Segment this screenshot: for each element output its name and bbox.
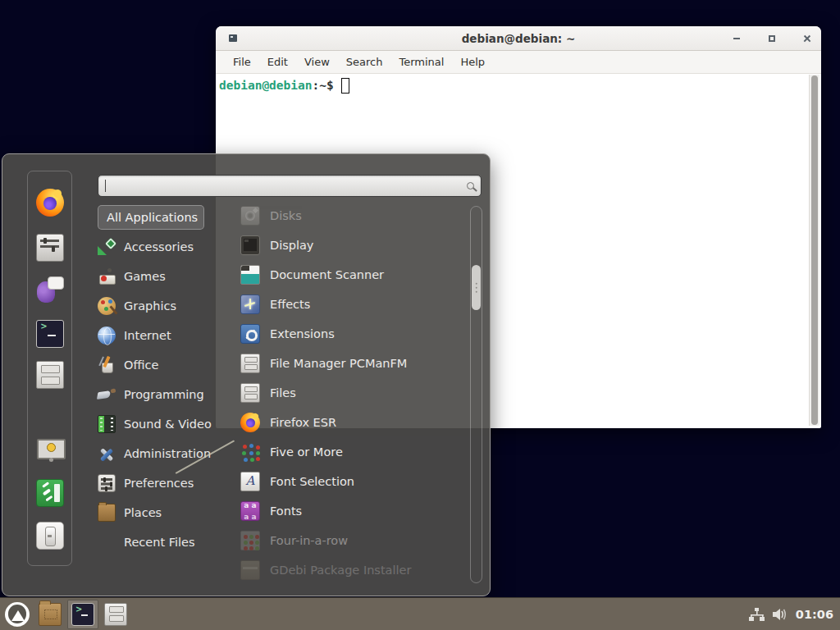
app-label: Five or More bbox=[270, 445, 343, 459]
close-button[interactable] bbox=[801, 33, 813, 44]
document-scanner-icon bbox=[240, 265, 260, 285]
folder-icon bbox=[39, 603, 62, 626]
category-label: Administration bbox=[124, 447, 211, 460]
menubar-item-view[interactable]: View bbox=[296, 52, 338, 71]
category-programming[interactable]: Programming bbox=[98, 380, 235, 409]
app-item-extensions[interactable]: Extensions bbox=[240, 319, 470, 349]
app-item-firefox-esr[interactable]: Firefox ESR bbox=[240, 408, 470, 437]
category-places[interactable]: Places bbox=[98, 498, 235, 527]
clock[interactable]: 01:06 bbox=[796, 608, 833, 621]
favorite-firefox[interactable] bbox=[36, 189, 64, 217]
terminal-scrollbar-thumb[interactable] bbox=[811, 75, 818, 425]
network-icon[interactable] bbox=[749, 607, 765, 622]
app-label: File Manager PCManFM bbox=[270, 357, 407, 370]
application-list-scrollbar-thumb[interactable] bbox=[472, 265, 481, 310]
taskbar-launchers bbox=[0, 598, 131, 630]
taskbar-file-manager-button[interactable] bbox=[34, 600, 66, 629]
app-item-gdebi-package-installer[interactable]: GDebi Package Installer bbox=[240, 555, 470, 585]
menu-logo-icon bbox=[5, 602, 30, 627]
favorites-sidebar bbox=[27, 171, 72, 566]
category-office[interactable]: Office bbox=[98, 350, 235, 380]
category-preferences[interactable]: Preferences bbox=[98, 468, 235, 498]
app-item-fonts[interactable]: Fonts bbox=[240, 496, 470, 526]
font-selection-icon bbox=[240, 472, 260, 491]
favorite-logout[interactable] bbox=[36, 479, 64, 507]
app-label: Display bbox=[270, 239, 313, 252]
category-internet[interactable]: Internet bbox=[98, 321, 235, 350]
app-item-files[interactable]: Files bbox=[240, 378, 470, 408]
taskbar-terminal-button[interactable] bbox=[67, 600, 98, 629]
app-label: GDebi Package Installer bbox=[270, 564, 411, 577]
category-graphics[interactable]: Graphics bbox=[98, 291, 235, 321]
category-label: Internet bbox=[124, 329, 171, 342]
favorite-lock-screen[interactable] bbox=[36, 436, 64, 464]
file-cabinet-icon bbox=[36, 361, 64, 389]
category-label: Preferences bbox=[124, 477, 194, 490]
terminal-icon bbox=[71, 603, 94, 626]
app-item-file-manager-pcmanfm[interactable]: File Manager PCManFM bbox=[240, 349, 470, 378]
maximize-button[interactable] bbox=[766, 33, 778, 44]
category-all-applications[interactable]: All Applications bbox=[98, 205, 204, 230]
app-item-disks[interactable]: Disks bbox=[240, 201, 470, 231]
terminal-prompt-line: debian@debian:~$ bbox=[219, 77, 806, 94]
favorite-control-mixer[interactable] bbox=[36, 234, 64, 262]
app-item-font-selection[interactable]: Font Selection bbox=[240, 467, 470, 496]
search-input[interactable] bbox=[98, 175, 482, 197]
terminal-titlebar[interactable]: debian@debian: ~ bbox=[216, 26, 821, 51]
minimize-icon bbox=[733, 38, 740, 39]
minimize-button[interactable] bbox=[731, 33, 742, 44]
five-or-more-icon bbox=[240, 442, 260, 462]
shutdown-icon bbox=[36, 522, 64, 550]
volume-icon[interactable] bbox=[772, 607, 788, 622]
app-label: Four-in-a-row bbox=[270, 534, 348, 547]
terminal-icon bbox=[36, 320, 64, 348]
menubar-item-edit[interactable]: Edit bbox=[259, 52, 296, 71]
app-item-effects[interactable]: Effects bbox=[240, 290, 470, 319]
category-games[interactable]: Games bbox=[98, 262, 235, 291]
all-applications-label: All Applications bbox=[107, 211, 198, 224]
menubar-item-file[interactable]: File bbox=[225, 52, 259, 71]
app-item-display[interactable]: Display bbox=[240, 231, 470, 260]
category-recent-files[interactable]: Recent Files bbox=[98, 527, 235, 557]
category-label: Programming bbox=[124, 388, 204, 401]
window-controls bbox=[731, 26, 813, 51]
category-administration[interactable]: Administration bbox=[98, 439, 235, 468]
category-label: Graphics bbox=[124, 299, 176, 313]
taskbar-files-button[interactable] bbox=[100, 600, 131, 629]
terminal-cursor bbox=[341, 78, 349, 94]
menubar-item-search[interactable]: Search bbox=[338, 52, 391, 71]
internet-icon bbox=[98, 326, 116, 345]
category-label: Sound & Video bbox=[124, 418, 212, 431]
accessories-icon bbox=[98, 238, 116, 256]
category-label: Office bbox=[124, 358, 158, 372]
text-caret bbox=[105, 180, 106, 192]
menubar-item-terminal[interactable]: Terminal bbox=[390, 52, 452, 71]
category-label: Accessories bbox=[124, 240, 194, 253]
taskbar-menu-button[interactable] bbox=[2, 600, 33, 629]
app-label: Disks bbox=[270, 209, 302, 222]
app-label: Firefox ESR bbox=[270, 416, 336, 429]
applications-menu: All Applications AccessoriesGamesGraphic… bbox=[2, 153, 491, 596]
menubar-item-help[interactable]: Help bbox=[452, 52, 493, 71]
app-item-four-in-a-row[interactable]: Four-in-a-row bbox=[240, 526, 470, 555]
lock-screen-icon bbox=[36, 436, 64, 464]
search-icon bbox=[467, 182, 474, 189]
office-icon bbox=[98, 356, 116, 374]
disks-icon bbox=[240, 206, 260, 226]
category-sound-video[interactable]: Sound & Video bbox=[98, 409, 235, 439]
firefox-icon bbox=[36, 189, 64, 217]
app-item-five-or-more[interactable]: Five or More bbox=[240, 437, 470, 467]
favorite-pidgin[interactable] bbox=[36, 276, 64, 304]
taskbar: 01:06 bbox=[0, 597, 840, 630]
favorite-shutdown[interactable] bbox=[36, 522, 64, 550]
category-accessories[interactable]: Accessories bbox=[98, 232, 235, 262]
app-item-document-scanner[interactable]: Document Scanner bbox=[240, 260, 470, 290]
app-label: Effects bbox=[270, 298, 310, 311]
favorite-terminal[interactable] bbox=[36, 320, 64, 348]
effects-icon bbox=[240, 294, 260, 314]
favorite-file-manager[interactable] bbox=[36, 361, 64, 389]
terminal-scrollbar[interactable] bbox=[809, 75, 819, 426]
files-icon bbox=[240, 383, 260, 403]
app-label: Extensions bbox=[270, 327, 335, 340]
application-list-scrollbar[interactable] bbox=[470, 206, 482, 583]
